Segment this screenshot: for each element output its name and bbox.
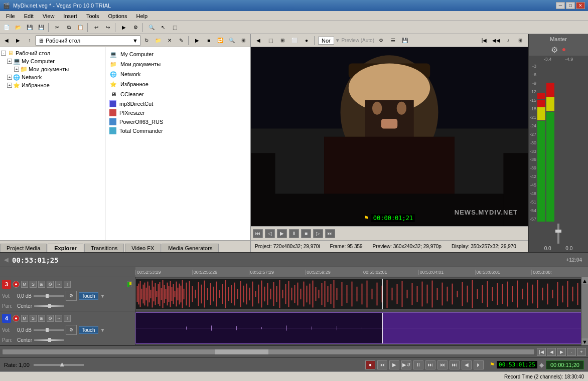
slow-play-bottom[interactable]: ◀ xyxy=(462,360,472,369)
explorer-play-button[interactable]: ▶ xyxy=(192,36,203,46)
track-4-vol-fx[interactable]: ⚙ xyxy=(66,325,77,335)
explorer-rename-button[interactable]: ✎ xyxy=(176,36,187,46)
master-mute[interactable]: ● xyxy=(562,45,566,55)
file-item-mp3directcut[interactable]: mp3DirectCut xyxy=(107,99,248,108)
explorer-forward-button[interactable]: ▶ xyxy=(13,36,24,46)
explorer-loop-button[interactable]: 🔁 xyxy=(215,36,226,46)
file-item-ccleaner[interactable]: 🖥 CCleaner xyxy=(107,89,248,99)
scroll-up[interactable]: ▲ xyxy=(581,277,588,284)
preview-split-button[interactable]: ⊞ xyxy=(277,36,288,46)
save-button[interactable]: 💾 xyxy=(24,23,35,33)
track-3-warn[interactable]: ! xyxy=(64,281,71,288)
track-3-record[interactable]: ● xyxy=(13,281,20,288)
toggle-favorites[interactable]: + xyxy=(7,83,12,88)
menu-tools[interactable]: Tools xyxy=(82,13,103,20)
zoom-in-button[interactable]: 🔍 xyxy=(146,23,157,33)
preview-collapse-button[interactable]: ◀ xyxy=(253,36,264,46)
master-fader[interactable] xyxy=(557,224,559,244)
preview-prev-mark[interactable]: ◁ xyxy=(265,229,275,238)
preview-go-end[interactable]: ⏭ xyxy=(325,229,335,238)
toggle-desktop[interactable]: - xyxy=(1,51,6,56)
maximize-button[interactable]: □ xyxy=(566,2,575,9)
scroll-zoom-in[interactable]: + xyxy=(577,348,586,356)
copy-button[interactable]: ⧉ xyxy=(63,23,74,33)
track-4-pan-slider[interactable] xyxy=(34,339,64,341)
tree-item-mydocs[interactable]: + 📁 Мои документы xyxy=(0,65,105,73)
fast-play-bottom[interactable]: ⏵ xyxy=(474,360,484,369)
explorer-delete-button[interactable]: ✕ xyxy=(164,36,175,46)
track-4-fx[interactable]: ⚙ xyxy=(47,315,54,322)
track-4-vol-slider[interactable] xyxy=(34,329,64,331)
menu-help[interactable]: Help xyxy=(132,13,152,20)
timeline-collapse-icon[interactable]: ◀ xyxy=(4,257,8,263)
tree-item-mycomputer[interactable]: + 💻 My Computer xyxy=(0,57,105,65)
track-3-fx[interactable]: ⚙ xyxy=(47,281,54,288)
go-start-bottom[interactable]: ⏮ xyxy=(377,360,387,369)
preview-audio-button[interactable]: ♪ xyxy=(503,36,514,46)
save-as-button[interactable]: 💾 xyxy=(36,23,47,33)
file-item-poweroff[interactable]: PowerOff63_RUS xyxy=(107,117,248,126)
preview-settings-button[interactable]: ⚙ xyxy=(375,36,386,46)
toggle-mydocs[interactable]: + xyxy=(14,67,19,72)
undo-button[interactable]: ↩ xyxy=(91,23,102,33)
rate-slider[interactable]: ▲ xyxy=(34,364,84,366)
master-knob[interactable]: ⚙ xyxy=(551,45,558,55)
explorer-address-bar[interactable]: 🖥 Рабочий стол ▼ xyxy=(36,36,140,46)
track-3-solo[interactable]: S xyxy=(30,281,37,288)
explorer-back-button[interactable]: ◀ xyxy=(1,36,12,46)
preview-options-button[interactable]: ☰ xyxy=(387,36,398,46)
scroll-right-button[interactable]: ▶ xyxy=(557,348,566,356)
track-4-warn[interactable]: ! xyxy=(64,315,71,322)
preview-next-mark[interactable]: ▷ xyxy=(313,229,323,238)
file-item-favorites[interactable]: ⭐ Избранное xyxy=(107,79,248,89)
cursor-button[interactable]: ↖ xyxy=(158,23,169,33)
file-item-totalcommander[interactable]: Total Commander xyxy=(107,126,248,135)
explorer-view-button[interactable]: ⊞ xyxy=(238,36,249,46)
audio-clip-4[interactable] xyxy=(135,312,588,344)
play-bottom[interactable]: ▶ xyxy=(389,360,399,369)
explorer-zoom-button[interactable]: 🔍 xyxy=(226,36,237,46)
pause-bottom[interactable]: ⏸ xyxy=(413,360,423,369)
preview-go-start[interactable]: ⏮ xyxy=(253,229,263,238)
track-3-vol-fx[interactable]: ⚙ xyxy=(66,291,77,301)
track-3-loop[interactable]: ⊞ xyxy=(38,281,45,288)
properties-button[interactable]: ⚙ xyxy=(130,23,141,33)
explorer-up-button[interactable]: ↑ xyxy=(24,36,35,46)
preview-more-button[interactable]: ⊞ xyxy=(515,36,526,46)
preview-play[interactable]: ▶ xyxy=(277,229,287,238)
audio-clip-3[interactable]: // Will be rendered as static SVG lines … xyxy=(135,278,588,310)
preview-stop[interactable]: ■ xyxy=(301,229,311,238)
file-item-mydocs[interactable]: 📁 Мои документы xyxy=(107,59,248,69)
preview-save-button[interactable]: 💾 xyxy=(399,36,410,46)
loop-play-bottom[interactable]: ▶↺ xyxy=(401,360,411,369)
record-button-bottom[interactable]: ● xyxy=(365,360,375,369)
preview-prev-frame[interactable]: ◀◀ xyxy=(491,36,502,46)
preview-zoom-out[interactable]: |◀ xyxy=(479,36,490,46)
stop-bottom[interactable]: ⏭ xyxy=(425,360,435,369)
track-4-loop[interactable]: ⊞ xyxy=(38,315,45,322)
track-4-solo[interactable]: S xyxy=(30,315,37,322)
tab-media-generators[interactable]: Media Generators xyxy=(162,244,219,252)
prev-frame-bottom[interactable]: ⏮ xyxy=(437,360,448,369)
track-4-record[interactable]: ● xyxy=(13,315,20,322)
track-3-vol-slider[interactable] xyxy=(34,295,64,297)
redo-button[interactable]: ↪ xyxy=(102,23,113,33)
preview-external-button[interactable]: ⬚ xyxy=(265,36,276,46)
file-item-mycomputer[interactable]: 💻 My Computer xyxy=(107,49,248,59)
scroll-left-button[interactable]: |◀ xyxy=(537,348,546,356)
file-item-pixresizer[interactable]: PIXresizer xyxy=(107,108,248,117)
toggle-mycomputer[interactable]: + xyxy=(7,59,12,64)
tab-project-media[interactable]: Project Media xyxy=(0,244,47,252)
track-3-automation[interactable]: ~ xyxy=(55,281,62,288)
next-frame-bottom[interactable]: ⏭ xyxy=(450,360,460,369)
close-button[interactable]: ✕ xyxy=(576,2,585,9)
file-item-network[interactable]: 🌐 Network xyxy=(107,69,248,79)
cut-button[interactable]: ✂ xyxy=(52,23,63,33)
address-dropdown-icon[interactable]: ▼ xyxy=(132,38,138,44)
tree-item-desktop[interactable]: - 🖥 Рабочий стол xyxy=(0,49,105,57)
tree-item-network[interactable]: + 🌐 Network xyxy=(0,73,105,81)
scroll-prev-button[interactable]: ◀ xyxy=(547,348,556,356)
tree-item-favorites[interactable]: + ⭐ Избранное xyxy=(0,81,105,89)
toggle-network[interactable]: + xyxy=(7,75,12,80)
tab-explorer[interactable]: Explorer xyxy=(48,244,83,252)
